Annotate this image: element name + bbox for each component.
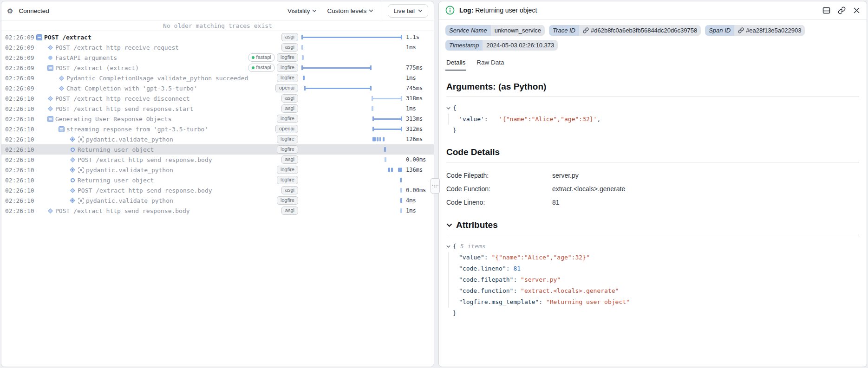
trace-row[interactable]: 02:26:09POST /extract (extract)fastapilo… xyxy=(1,63,434,73)
attribute-key: "code.lineno" xyxy=(459,263,506,274)
arguments-code: { 'value': '{"name":"Alice","age":32}', … xyxy=(446,103,859,136)
trace-row[interactable]: 02:26:09FastAPI argumentsfastapilogfire xyxy=(1,52,434,63)
meta-badge-value[interactable]: #ea28f13e5a022903 xyxy=(734,25,805,36)
duration-bar-segment xyxy=(400,208,402,213)
meta-badge: Trace ID#d62b8fc0a6eb3fb56844dc20d6c3975… xyxy=(549,25,701,36)
meta-badge-value[interactable]: #d62b8fc0a6eb3fb56844dc20d6c39758 xyxy=(579,25,701,36)
code-detail-label: Code Lineno: xyxy=(446,196,552,209)
duration-bar-track xyxy=(301,195,402,206)
trace-row[interactable]: 02:26:10Returning user objectlogfire xyxy=(1,175,434,185)
attribute-key: "code.filepath" xyxy=(459,274,513,285)
row-timestamp: 02:26:10 xyxy=(5,136,35,143)
link-icon[interactable] xyxy=(838,6,846,14)
row-timestamp: 02:26:10 xyxy=(5,126,35,133)
trace-row[interactable]: 02:26:09POST /extractasgi1.1s xyxy=(1,32,434,42)
diamond-plus-icon xyxy=(68,167,77,173)
row-timestamp: 02:26:10 xyxy=(5,146,35,153)
section-chevron-icon[interactable] xyxy=(446,223,452,227)
trace-row[interactable]: 02:26:10POST /extract http send response… xyxy=(1,155,434,165)
log-title: Log: Returning user object xyxy=(459,6,537,14)
duration-bar-segment xyxy=(372,137,376,142)
span-name: Pydantic CompletionUsage validate_python… xyxy=(66,75,248,82)
duration-bar-track xyxy=(301,206,402,216)
tag-badge: asgi xyxy=(281,104,298,113)
no-older-traces-notice: No older matching traces exist xyxy=(1,20,434,31)
tag-badge: logfire xyxy=(277,176,298,185)
trace-row[interactable]: 02:26:09Chat Completion with 'gpt-3.5-tu… xyxy=(1,83,434,93)
row-tags: asgi xyxy=(281,43,298,52)
detail-tabs: DetailsRaw Data xyxy=(439,57,867,71)
trace-row[interactable]: 02:26:10pydantic.validate_pythonlogfire4… xyxy=(1,195,434,206)
tab-raw-data[interactable]: Raw Data xyxy=(476,57,505,71)
duration-bar-track xyxy=(301,165,402,175)
row-tags: asgi xyxy=(281,186,298,195)
trace-row[interactable]: 02:26:10POST /extract http receive disco… xyxy=(1,93,434,103)
trace-panel: ⚙ Connected Visibility Custom levels Liv… xyxy=(1,1,434,367)
close-icon[interactable] xyxy=(853,7,860,14)
duration-label: 313ms xyxy=(406,116,431,122)
row-tags: fastapilogfire xyxy=(248,53,298,62)
trace-row[interactable]: 02:26:10pydantic.validate_pythonlogfire1… xyxy=(1,165,434,175)
trace-row[interactable]: 02:26:09POST /extract http receive reque… xyxy=(1,42,434,52)
duration-bar-segment xyxy=(372,127,402,131)
duration-bar-segment xyxy=(385,157,386,162)
span-name: FastAPI arguments xyxy=(55,54,117,61)
meta-badge-label: Timestamp xyxy=(445,40,483,51)
chevron-down-icon xyxy=(369,9,373,12)
meta-badge-label: Span ID xyxy=(705,25,734,36)
duration-label: 1.1s xyxy=(406,34,431,40)
attribute-key: "logfire.msg_template" xyxy=(459,297,539,308)
duration-bar-track xyxy=(301,42,402,52)
tag-badge: asgi xyxy=(281,43,298,52)
duration-label: 775ms xyxy=(406,65,431,71)
code-detail-label: Code Filepath: xyxy=(446,169,552,182)
code-detail-row: Code Lineno:81 xyxy=(446,196,859,209)
attribute-entry: "code.filepath": "server.py" xyxy=(459,274,859,285)
panel-resize-handle[interactable] xyxy=(431,178,440,194)
visibility-dropdown[interactable]: Visibility xyxy=(287,7,317,14)
list-square-icon xyxy=(46,116,54,122)
trace-row[interactable]: 02:26:10streaming response from 'gpt-3.5… xyxy=(1,124,434,134)
gear-icon[interactable]: ⚙ xyxy=(7,7,13,14)
minus-square-icon xyxy=(35,34,43,40)
duration-bar-segment xyxy=(391,168,393,172)
collapse-chevron-icon[interactable] xyxy=(446,107,450,110)
row-timestamp: 02:26:09 xyxy=(5,34,35,41)
trace-row[interactable]: 02:26:10Generating User Response Objects… xyxy=(1,114,434,124)
diamond-plus-icon xyxy=(68,197,77,204)
trace-row[interactable]: 02:26:09Pydantic CompletionUsage validat… xyxy=(1,73,434,83)
arguments-heading: Arguments: (as Python) xyxy=(446,82,859,92)
diamond-icon xyxy=(46,45,54,51)
row-timestamp: 02:26:09 xyxy=(5,85,35,92)
circle-icon xyxy=(46,55,54,60)
attribute-entry: "code.function": "extract.<locals>.gener… xyxy=(459,285,859,297)
live-tail-dropdown[interactable]: Live tail xyxy=(388,4,428,18)
dock-bottom-icon[interactable] xyxy=(822,6,830,14)
span-name: pydantic.validate_python xyxy=(86,167,173,174)
diamond-icon xyxy=(46,106,54,112)
row-tags: asgi xyxy=(281,104,298,113)
diamond-icon xyxy=(57,85,65,91)
trace-row[interactable]: 02:26:10pydantic.validate_pythonlogfire1… xyxy=(1,134,434,144)
trace-row[interactable]: 02:26:10POST /extract http send response… xyxy=(1,103,434,114)
row-timestamp: 02:26:10 xyxy=(5,105,35,112)
tag-badge: logfire xyxy=(277,135,298,144)
trace-row[interactable]: 02:26:10POST /extract http send response… xyxy=(1,206,434,216)
row-timestamp: 02:26:09 xyxy=(5,54,35,61)
custom-levels-label: Custom levels xyxy=(327,7,366,14)
duration-label: 1ms xyxy=(406,44,431,51)
diamond-icon xyxy=(46,208,54,214)
duration-bar-track xyxy=(301,134,402,144)
row-timestamp: 02:26:09 xyxy=(5,65,35,71)
meta-badge-value: 2024-05-03 02:26:10.373 xyxy=(483,40,558,51)
trace-row[interactable]: 02:26:10Returning user objectlogfire xyxy=(1,144,434,155)
custom-levels-dropdown[interactable]: Custom levels xyxy=(327,7,373,14)
duration-bar-track xyxy=(301,144,402,155)
row-tags: logfire xyxy=(277,176,298,185)
tab-details[interactable]: Details xyxy=(445,57,466,71)
collapse-chevron-icon[interactable] xyxy=(446,245,450,248)
span-name: POST /extract xyxy=(44,34,91,41)
trace-row[interactable]: 02:26:10POST /extract http send response… xyxy=(1,185,434,195)
attribute-value: "{"name":"Alice","age":32}" xyxy=(491,252,589,263)
row-tags: logfire xyxy=(277,196,298,205)
